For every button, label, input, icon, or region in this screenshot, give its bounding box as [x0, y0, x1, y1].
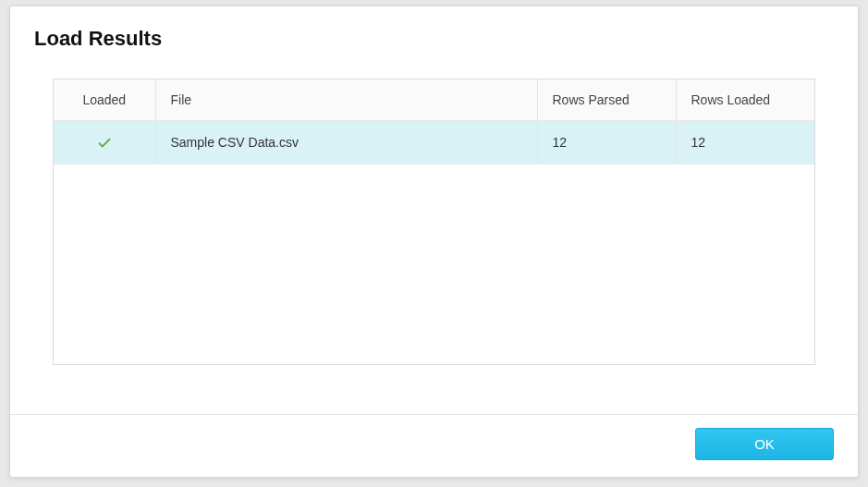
header-rows-loaded: Rows Loaded: [676, 79, 814, 121]
ok-button[interactable]: OK: [695, 428, 834, 460]
dialog-body: Load Results Loaded File Rows Parsed Row…: [10, 6, 858, 414]
header-file: File: [155, 79, 537, 121]
cell-rows-parsed: 12: [537, 121, 676, 164]
load-results-dialog: Load Results Loaded File Rows Parsed Row…: [9, 6, 859, 478]
table-row: Sample CSV Data.csv 12 12: [54, 121, 814, 164]
header-loaded: Loaded: [54, 79, 155, 121]
results-table: Loaded File Rows Parsed Rows Loaded: [54, 79, 814, 164]
results-table-container: Loaded File Rows Parsed Rows Loaded: [53, 79, 815, 365]
table-header-row: Loaded File Rows Parsed Rows Loaded: [54, 79, 814, 121]
cell-file: Sample CSV Data.csv: [155, 121, 537, 164]
dialog-title: Load Results: [34, 27, 834, 51]
dialog-footer: OK: [10, 414, 858, 477]
cell-status: [54, 121, 155, 164]
header-rows-parsed: Rows Parsed: [537, 79, 676, 121]
cell-rows-loaded: 12: [676, 121, 814, 164]
check-icon: [96, 134, 113, 149]
